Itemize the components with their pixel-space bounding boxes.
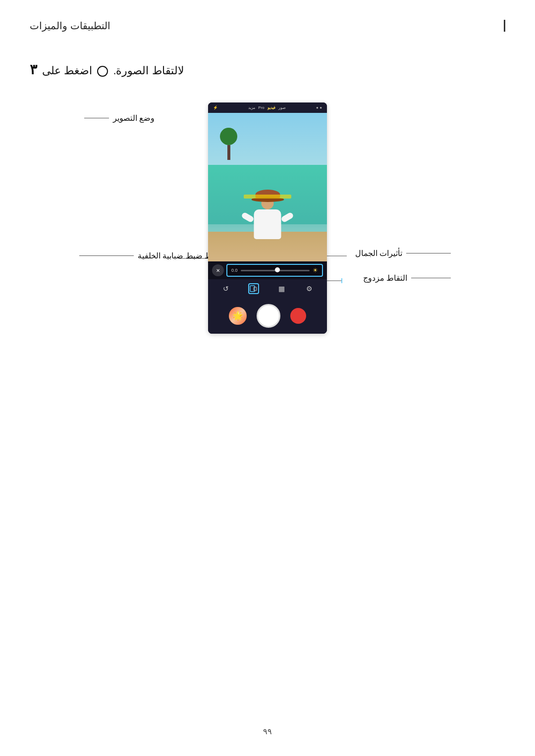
diagram-wrapper: وضع التصوير شريط ضبط ضبابية الخلفية تأثي…	[69, 102, 466, 340]
exposure-slider-box[interactable]: ☀ 0.0	[226, 264, 323, 277]
phone-screenshot-wrapper: ● ● صور فيديو Pro مزيد ⚡	[208, 102, 327, 334]
timer-icon[interactable]: ↺	[220, 283, 231, 294]
step-instruction: لالتقاط الصورة. اضغط على ٣	[30, 61, 505, 78]
label-dual-capture-text: التقاط مزدوج	[363, 273, 407, 283]
tree-top	[220, 128, 237, 145]
settings-icon[interactable]: ⚙	[304, 283, 315, 294]
step-number: ٣	[30, 61, 37, 78]
dual-capture-svg	[250, 285, 258, 293]
tree-trunk	[227, 145, 230, 160]
camera-viewfinder	[208, 113, 327, 261]
line-beauty-effects	[406, 253, 451, 253]
step-text-after: لالتقاط الصورة. اضغط على	[42, 64, 184, 77]
line-blur-bar	[79, 255, 134, 256]
camera-status-right: ⚡	[213, 105, 218, 110]
camera-status-left: ● ●	[316, 105, 322, 110]
page-container: التطبيقات والميزات لالتقاط الصورة. اضغط …	[0, 0, 535, 756]
mode-tab-more[interactable]: مزيد	[248, 105, 255, 110]
label-beauty-effects: تأثيرات الجمال	[355, 249, 451, 258]
line-dual-capture	[411, 278, 451, 278]
beauty-close-icon[interactable]: ✕	[212, 264, 224, 276]
shutter-row: 🌟	[208, 298, 327, 334]
person-arms	[242, 214, 294, 224]
mode-tab-video[interactable]: فيديو	[268, 105, 275, 110]
exposure-label: 0.0	[231, 268, 238, 273]
exposure-slider-track[interactable]	[241, 270, 310, 271]
exposure-icon: ☀	[313, 267, 318, 274]
line-shooting-mode	[84, 118, 109, 118]
label-shooting-mode-text: وضع التصوير	[113, 113, 155, 123]
shutter-circle-icon	[97, 66, 108, 77]
sticker-button[interactable]: 🌟	[229, 307, 247, 325]
page-number: ٩٩	[263, 727, 272, 736]
record-button[interactable]	[290, 308, 306, 324]
svg-rect-7	[254, 287, 257, 291]
shutter-button[interactable]	[257, 304, 280, 328]
mode-tab-pro[interactable]: Pro	[258, 105, 264, 110]
dual-capture-icon[interactable]	[248, 283, 259, 294]
focus-highlight	[244, 195, 291, 199]
camera-icon-row: ⚙ ▦ ↺	[208, 279, 327, 298]
page-header: التطبيقات والميزات	[30, 20, 505, 32]
phone-screenshot: ● ● صور فيديو Pro مزيد ⚡	[208, 102, 327, 334]
exposure-slider-thumb	[275, 267, 280, 272]
sticker-emoji: 🌟	[232, 310, 243, 321]
label-shooting-mode: وضع التصوير	[84, 113, 155, 123]
mode-tab-photo[interactable]: صور	[278, 105, 286, 110]
tree	[220, 135, 237, 160]
label-dual-capture: التقاط مزدوج	[363, 273, 451, 283]
label-beauty-effects-text: تأثيرات الجمال	[355, 249, 402, 258]
label-blur-bar: شريط ضبط ضبابية الخلفية	[79, 251, 225, 260]
filter-icon[interactable]: ▦	[276, 283, 287, 294]
page-header-title: التطبيقات والميزات	[30, 20, 110, 32]
person-body	[254, 209, 281, 239]
camera-controls-bar: ☀ 0.0 ✕	[208, 261, 327, 279]
camera-mode-tabs: صور فيديو Pro مزيد	[248, 105, 285, 110]
camera-top-bar: ● ● صور فيديو Pro مزيد ⚡	[208, 102, 327, 113]
